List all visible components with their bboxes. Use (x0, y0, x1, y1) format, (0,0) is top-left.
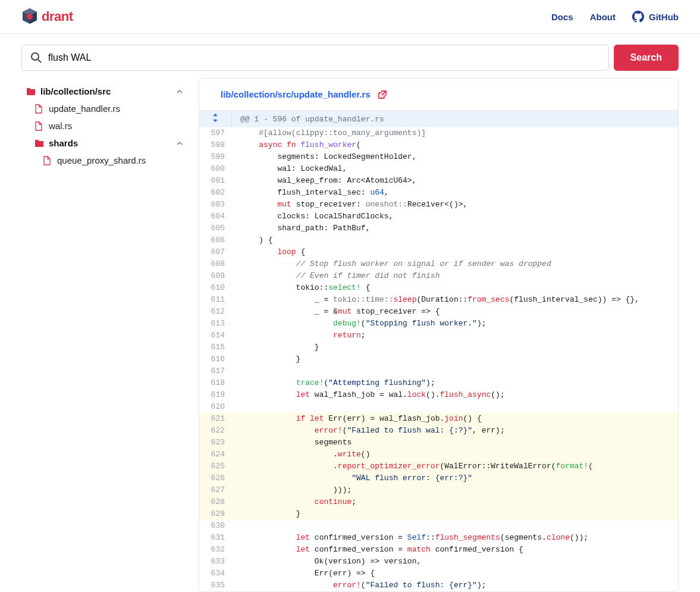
tree-folder-root[interactable]: lib/collection/src (21, 83, 188, 100)
code-text: mut stop_receiver: oneshot::Receiver<()>… (232, 199, 467, 211)
code-line: 606 ) { (199, 234, 678, 246)
header: drant Docs About GitHub (0, 0, 700, 34)
line-number: 600 (199, 163, 232, 175)
code-line: 627 ))); (199, 484, 678, 496)
code-text: debug!("Stopping flush worker."); (232, 318, 486, 330)
search-button[interactable]: Search (614, 45, 679, 71)
line-number: 623 (199, 437, 232, 449)
nav: Docs About GitHub (551, 11, 679, 23)
line-number: 626 (199, 472, 232, 484)
code-line: 632 let confirmed_version = match confir… (199, 544, 678, 556)
line-number: 629 (199, 508, 232, 520)
nav-github-label: GitHub (649, 12, 679, 22)
line-number: 618 (199, 377, 232, 389)
search-input[interactable] (42, 52, 600, 63)
folder-icon (34, 139, 45, 148)
file-path[interactable]: lib/collection/src/update_handler.rs (221, 89, 371, 99)
code-line: 620 (199, 401, 678, 413)
code-line: 628 continue; (199, 496, 678, 508)
nav-about[interactable]: About (590, 12, 616, 22)
main: lib/collection/src update_handler.rswal.… (0, 78, 700, 592)
code-text: wal: LockedWal, (232, 163, 347, 175)
code-line: 609 // Even if timer did not finish (199, 270, 678, 282)
code-text: segments: LockedSegmentHolder, (232, 151, 416, 163)
folder-icon (26, 87, 37, 96)
line-number: 598 (199, 139, 232, 151)
line-number: 605 (199, 223, 232, 234)
code-line: 608 // Stop flush worker on signal or if… (199, 258, 678, 270)
logo[interactable]: drant (21, 7, 73, 26)
code-line: 624 .write() (199, 449, 678, 461)
tree-file[interactable]: update_handler.rs (21, 100, 188, 117)
code-text: Ok(version) => version, (232, 556, 421, 568)
file-icon (34, 104, 45, 114)
external-link-icon[interactable] (378, 90, 387, 99)
line-number: 622 (199, 425, 232, 437)
logo-icon (21, 7, 38, 26)
line-number: 616 (199, 353, 232, 365)
code-text: shard_path: PathBuf, (232, 223, 370, 234)
line-number: 617 (199, 365, 232, 377)
nav-docs[interactable]: Docs (551, 12, 573, 22)
code-text (232, 520, 240, 532)
nav-github[interactable]: GitHub (632, 11, 679, 23)
tree-file[interactable]: wal.rs (21, 117, 188, 134)
tree-folder-shards[interactable]: shards (21, 134, 188, 152)
code-text: #[allow(clippy::too_many_arguments)] (232, 127, 426, 139)
line-number: 610 (199, 282, 232, 294)
code-text: } (232, 342, 319, 353)
code-text: loop { (232, 246, 305, 258)
code-line: 610 tokio::select! { (199, 282, 678, 294)
hunk-label: @@ 1 - 596 of update_handler.rs (232, 112, 393, 126)
line-number: 631 (199, 532, 232, 544)
tree-folder-label: shards (49, 138, 78, 148)
line-number: 627 (199, 484, 232, 496)
code-text: // Even if timer did not finish (232, 270, 440, 282)
code-text: .report_optimizer_error(WalError::WriteW… (232, 461, 593, 472)
code-text: return; (232, 330, 366, 342)
svg-point-3 (27, 14, 33, 20)
line-number: 620 (199, 401, 232, 413)
code-line: 630 (199, 520, 678, 532)
code-text: tokio::select! { (232, 282, 370, 294)
hunk-header: @@ 1 - 596 of update_handler.rs (199, 111, 678, 127)
line-number: 597 (199, 127, 232, 139)
code-text: let confirmed_version = match confirmed_… (232, 544, 523, 556)
line-number: 635 (199, 580, 232, 591)
code-text: .write() (232, 449, 370, 461)
code-text: _ = tokio::time::sleep(Duration::from_se… (232, 294, 639, 306)
line-number: 603 (199, 199, 232, 211)
code-text: clocks: LocalShardClocks, (232, 211, 393, 223)
chevron-up-icon (176, 140, 183, 147)
line-number: 619 (199, 389, 232, 401)
expand-hunk-button[interactable] (199, 111, 232, 127)
code-line: 629 } (199, 508, 678, 520)
code-text: let confirmed_version = Self::flush_segm… (232, 532, 588, 544)
line-number: 621 (199, 413, 232, 425)
file-icon (34, 121, 45, 131)
code-text: wal_keep_from: Arc<AtomicU64>, (232, 175, 416, 187)
code-text (232, 401, 240, 413)
code-line: 605 shard_path: PathBuf, (199, 223, 678, 234)
line-number: 612 (199, 306, 232, 318)
line-number: 601 (199, 175, 232, 187)
code-text: } (232, 353, 300, 365)
line-number: 632 (199, 544, 232, 556)
code-line: 623 segments (199, 437, 678, 449)
code-line: 631 let confirmed_version = Self::flush_… (199, 532, 678, 544)
tree-file-label: wal.rs (49, 121, 72, 131)
tree-file-label: update_handler.rs (49, 104, 120, 114)
code-line: 604 clocks: LocalShardClocks, (199, 211, 678, 223)
code-text: } (232, 508, 300, 520)
code-line: 626 "WAL flush error: {err:?}" (199, 472, 678, 484)
search-icon (30, 52, 42, 64)
code-line: 621 if let Err(err) = wal_flash_job.join… (199, 413, 678, 425)
code-line: 625 .report_optimizer_error(WalError::Wr… (199, 461, 678, 472)
logo-text: drant (42, 9, 73, 24)
file-header: lib/collection/src/update_handler.rs (199, 79, 678, 111)
code-line: 617 (199, 365, 678, 377)
line-number: 633 (199, 556, 232, 568)
chevron-up-icon (176, 88, 183, 95)
tree-file[interactable]: queue_proxy_shard.rs (21, 152, 188, 169)
code-text: // Stop flush worker on signal or if sen… (232, 258, 551, 270)
